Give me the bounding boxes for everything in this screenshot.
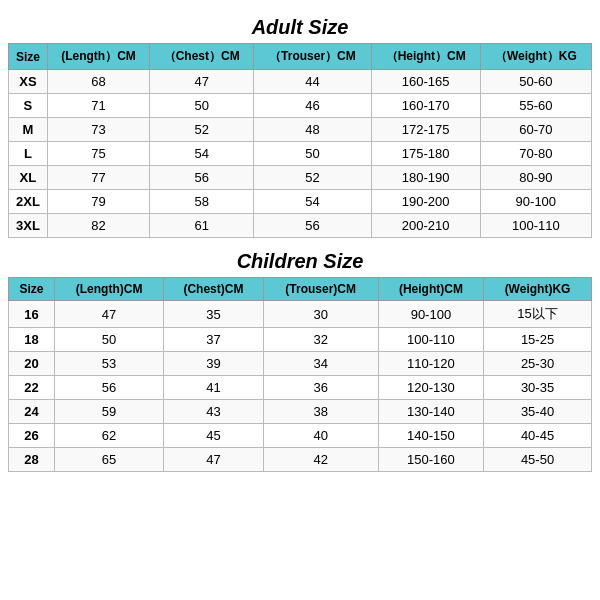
table-row: M735248172-17560-70 [9,118,592,142]
table-row: 28654742150-16045-50 [9,448,592,472]
table-cell: M [9,118,48,142]
adult-header-cell: （Chest）CM [150,44,254,70]
table-cell: 18 [9,328,55,352]
adult-header-cell: （Weight）KG [480,44,591,70]
children-header-cell: (Height)CM [378,278,483,301]
table-cell: 80-90 [480,166,591,190]
table-cell: 44 [254,70,371,94]
table-cell: 75 [47,142,149,166]
table-cell: 50-60 [480,70,591,94]
table-cell: 58 [150,190,254,214]
table-cell: 22 [9,376,55,400]
table-row: XS684744160-16550-60 [9,70,592,94]
table-cell: 54 [254,190,371,214]
table-cell: 46 [254,94,371,118]
table-cell: 48 [254,118,371,142]
table-cell: 20 [9,352,55,376]
table-cell: 70-80 [480,142,591,166]
table-row: 24594338130-14035-40 [9,400,592,424]
table-cell: 15-25 [484,328,592,352]
table-cell: 54 [150,142,254,166]
table-row: 26624540140-15040-45 [9,424,592,448]
table-cell: 35 [164,301,263,328]
children-header-cell: Size [9,278,55,301]
table-cell: 47 [150,70,254,94]
table-cell: 15以下 [484,301,592,328]
table-cell: 45 [164,424,263,448]
table-cell: 24 [9,400,55,424]
children-header-cell: (Length)CM [54,278,163,301]
table-cell: 200-210 [371,214,480,238]
table-cell: 110-120 [378,352,483,376]
table-cell: 35-40 [484,400,592,424]
table-cell: 25-30 [484,352,592,376]
table-row: S715046160-17055-60 [9,94,592,118]
table-cell: 53 [54,352,163,376]
table-cell: 90-100 [480,190,591,214]
table-cell: 41 [164,376,263,400]
table-cell: 180-190 [371,166,480,190]
table-row: 2XL795854190-20090-100 [9,190,592,214]
table-cell: 160-170 [371,94,480,118]
children-size-table: Size(Length)CM(Chest)CM(Trouser)CM(Heigh… [8,277,592,472]
table-cell: 68 [47,70,149,94]
table-cell: 43 [164,400,263,424]
table-cell: 34 [263,352,378,376]
table-cell: 190-200 [371,190,480,214]
table-cell: 77 [47,166,149,190]
table-row: L755450175-18070-80 [9,142,592,166]
table-cell: 175-180 [371,142,480,166]
table-cell: 37 [164,328,263,352]
table-cell: 60-70 [480,118,591,142]
table-cell: 90-100 [378,301,483,328]
adult-header-cell: （Trouser）CM [254,44,371,70]
table-cell: 47 [164,448,263,472]
table-cell: 36 [263,376,378,400]
table-row: XL775652180-19080-90 [9,166,592,190]
table-cell: 120-130 [378,376,483,400]
table-cell: 56 [54,376,163,400]
table-cell: 160-165 [371,70,480,94]
table-cell: 38 [263,400,378,424]
adult-size-table: Size(Length）CM（Chest）CM（Trouser）CM（Heigh… [8,43,592,238]
table-cell: 50 [150,94,254,118]
table-cell: 73 [47,118,149,142]
table-cell: 2XL [9,190,48,214]
adult-header-cell: (Length）CM [47,44,149,70]
table-cell: 52 [254,166,371,190]
table-cell: 42 [263,448,378,472]
table-cell: 39 [164,352,263,376]
table-cell: 62 [54,424,163,448]
table-cell: 3XL [9,214,48,238]
table-cell: 50 [254,142,371,166]
children-header-cell: (Weight)KG [484,278,592,301]
table-cell: 82 [47,214,149,238]
table-cell: 130-140 [378,400,483,424]
table-cell: 50 [54,328,163,352]
adult-header-cell: Size [9,44,48,70]
table-cell: 40 [263,424,378,448]
table-cell: 150-160 [378,448,483,472]
table-cell: 61 [150,214,254,238]
children-title: Children Size [237,250,364,273]
table-cell: 172-175 [371,118,480,142]
table-row: 22564136120-13030-35 [9,376,592,400]
children-header-cell: (Trouser)CM [263,278,378,301]
table-cell: 30-35 [484,376,592,400]
table-cell: 71 [47,94,149,118]
table-cell: L [9,142,48,166]
table-cell: 40-45 [484,424,592,448]
table-row: 18503732100-11015-25 [9,328,592,352]
table-row: 1647353090-10015以下 [9,301,592,328]
table-cell: 52 [150,118,254,142]
table-cell: 26 [9,424,55,448]
table-cell: 47 [54,301,163,328]
table-cell: 79 [47,190,149,214]
table-row: 20533934110-12025-30 [9,352,592,376]
adult-header-cell: （Height）CM [371,44,480,70]
table-cell: 28 [9,448,55,472]
adult-title: Adult Size [252,16,349,39]
table-cell: XL [9,166,48,190]
table-row: 3XL826156200-210100-110 [9,214,592,238]
table-cell: XS [9,70,48,94]
